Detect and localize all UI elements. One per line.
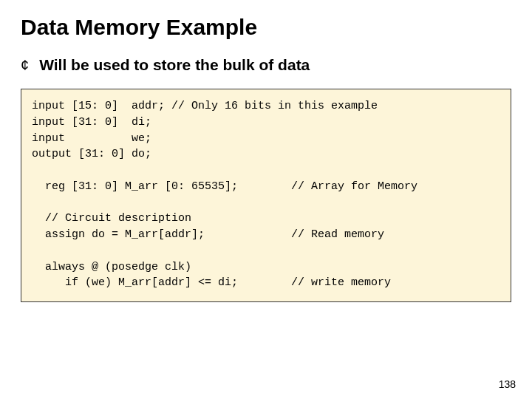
slide: Data Memory Example ¢ Will be used to st… <box>0 0 532 399</box>
slide-title: Data Memory Example <box>21 15 511 40</box>
bullet-text: Will be used to store the bulk of data <box>39 56 310 74</box>
bullet-marker: ¢ <box>21 58 29 72</box>
code-block: input [15: 0] addr; // Only 16 bits in t… <box>21 89 511 302</box>
bullet-item: ¢ Will be used to store the bulk of data <box>21 56 511 74</box>
page-number: 138 <box>499 378 516 390</box>
